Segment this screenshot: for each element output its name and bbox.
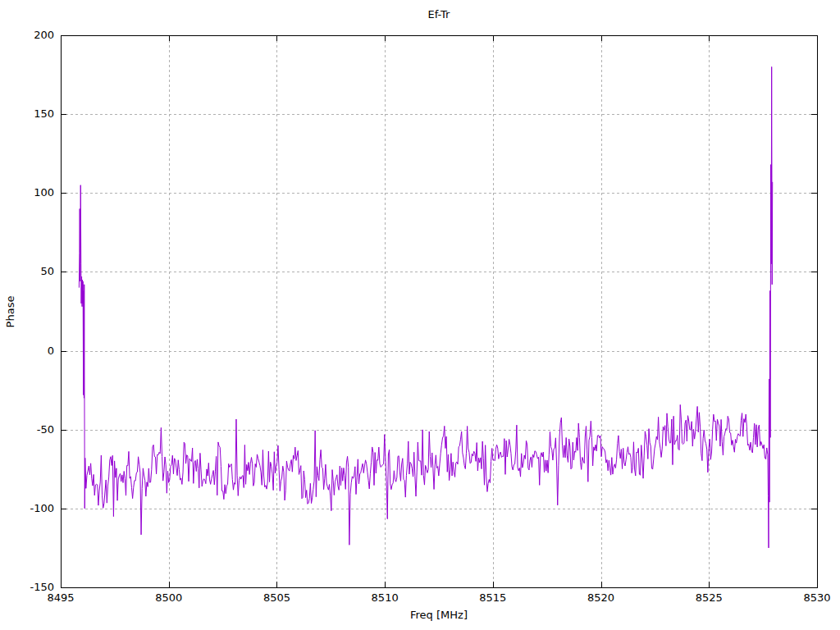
- data-series-path: [79, 66, 772, 547]
- y-tick-label: 200: [5, 30, 54, 41]
- x-tick-label: 8520: [575, 592, 628, 604]
- chart: Ef-Tr Freq [MHz] Phase -150-100-50050100…: [0, 0, 840, 630]
- y-tick-label: -50: [5, 424, 54, 436]
- x-tick-label: 8530: [791, 592, 840, 604]
- x-tick-label: 8505: [250, 592, 303, 604]
- x-tick-label: 8525: [682, 592, 735, 604]
- x-tick-label: 8500: [143, 592, 195, 604]
- plot-canvas: [0, 0, 840, 630]
- y-tick-label: 50: [5, 266, 54, 277]
- x-tick-label: 8495: [34, 592, 87, 604]
- y-axis-label: Phase: [4, 296, 16, 328]
- y-tick-label: 150: [5, 108, 54, 120]
- y-tick-label: 100: [5, 187, 54, 199]
- x-tick-label: 8515: [467, 592, 519, 604]
- x-tick-label: 8510: [358, 592, 411, 604]
- x-axis-label: Freq [MHz]: [61, 609, 817, 621]
- y-tick-label: 0: [5, 345, 54, 357]
- plot-border: [62, 36, 818, 588]
- y-tick-label: -100: [5, 503, 54, 514]
